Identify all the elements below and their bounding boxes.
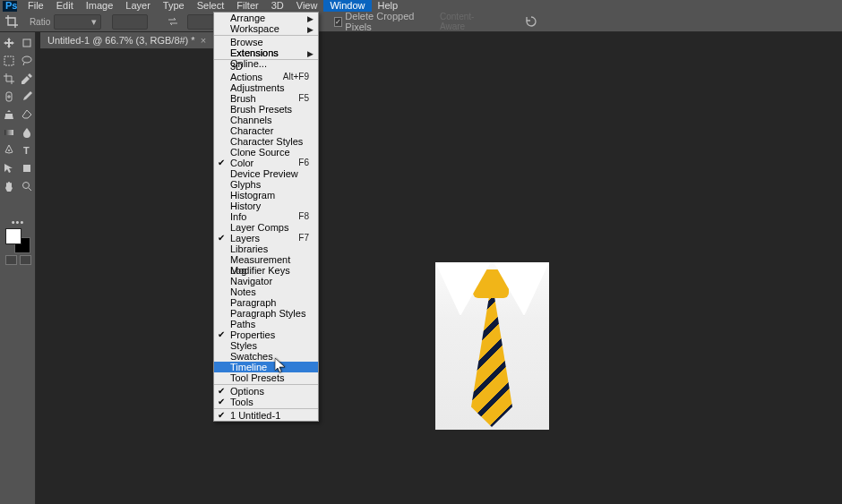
menu-item-label: 1 Untitled-1 xyxy=(230,410,280,421)
menu-item-brush[interactable]: BrushF5 xyxy=(214,93,318,104)
menu-item-libraries[interactable]: Libraries xyxy=(214,243,318,254)
menu-item-adjustments[interactable]: Adjustments xyxy=(214,82,318,93)
svg-point-6 xyxy=(8,149,10,151)
menu-item-browse-extensions-online-[interactable]: Browse Extensions Online... xyxy=(214,37,318,47)
menu-item-label: Adjustments xyxy=(230,82,285,93)
menu-item-extensions[interactable]: Extensions▶ xyxy=(214,47,318,58)
menu-item-swatches[interactable]: Swatches xyxy=(214,351,318,362)
menu-item-paragraph-styles[interactable]: Paragraph Styles xyxy=(214,308,318,319)
menu-item-color[interactable]: ✔ColorF6 xyxy=(214,158,318,168)
menu-item-navigator[interactable]: Navigator xyxy=(214,276,318,286)
menu-item-channels[interactable]: Channels xyxy=(214,115,318,125)
menu-item-label: Glyphs xyxy=(230,179,261,190)
reset-crop-icon[interactable] xyxy=(525,15,537,28)
clone-stamp-tool[interactable] xyxy=(0,106,18,124)
svg-point-9 xyxy=(23,183,30,189)
menu-item-label: Options xyxy=(230,386,264,397)
checkmark-icon: ✔ xyxy=(218,329,225,340)
menu-item-label: Character Styles xyxy=(230,136,303,147)
move-tool[interactable] xyxy=(0,34,18,52)
menu-item-paragraph[interactable]: Paragraph xyxy=(214,297,318,308)
menu-item-device-preview[interactable]: Device Preview xyxy=(214,168,318,179)
menu-shortcut: F7 xyxy=(298,233,309,243)
menu-file[interactable]: File xyxy=(21,0,50,12)
menu-item-label: Swatches xyxy=(230,351,273,362)
svg-rect-3 xyxy=(4,56,13,65)
menu-edit[interactable]: Edit xyxy=(50,0,80,12)
menu-item-styles[interactable]: Styles xyxy=(214,340,318,351)
menu-item-histogram[interactable]: Histogram xyxy=(214,190,318,201)
color-swatches[interactable] xyxy=(0,231,36,249)
menu-item-properties[interactable]: ✔Properties xyxy=(214,329,318,340)
menu-item-notes[interactable]: Notes xyxy=(214,286,318,297)
zoom-tool[interactable] xyxy=(18,177,36,195)
menu-item-label: Extensions xyxy=(230,47,279,58)
menu-item-clone-source[interactable]: Clone Source xyxy=(214,147,318,158)
menu-item-glyphs[interactable]: Glyphs xyxy=(214,179,318,190)
menu-item-label: 3D xyxy=(230,61,243,72)
menu-item-label: Paragraph Styles xyxy=(230,308,305,319)
menu-item-layer-comps[interactable]: Layer Comps xyxy=(214,222,318,233)
marquee-tool[interactable] xyxy=(0,52,18,70)
blur-tool[interactable] xyxy=(18,124,36,141)
window-menu-dropdown: Arrange▶Workspace▶Browse Extensions Onli… xyxy=(213,12,319,422)
ratio-width-input[interactable] xyxy=(112,14,148,30)
menu-filter[interactable]: Filter xyxy=(230,0,264,12)
menu-3d[interactable]: 3D xyxy=(265,0,290,12)
artboard-tool[interactable] xyxy=(18,34,36,52)
content-aware-label: Content-Aware xyxy=(440,12,489,31)
menu-item-timeline[interactable]: Timeline xyxy=(214,362,318,372)
document-tab[interactable]: Untitled-1 @ 66.7% (3, RGB/8#) * × xyxy=(40,32,215,49)
menu-item-options[interactable]: ✔Options xyxy=(214,386,318,397)
menu-view[interactable]: View xyxy=(290,0,324,12)
delete-cropped-label: Delete Cropped Pixels xyxy=(345,11,425,32)
menu-item-label: Actions xyxy=(230,72,262,82)
menu-item-label: Tools xyxy=(230,397,253,407)
menu-item-workspace[interactable]: Workspace▶ xyxy=(214,23,318,34)
menu-item-character-styles[interactable]: Character Styles xyxy=(214,136,318,147)
menu-item-brush-presets[interactable]: Brush Presets xyxy=(214,104,318,115)
menu-select[interactable]: Select xyxy=(191,0,231,12)
menu-item-info[interactable]: InfoF8 xyxy=(214,211,318,222)
menu-item-measurement-log[interactable]: Measurement Log xyxy=(214,254,318,265)
menu-image[interactable]: Image xyxy=(80,0,120,12)
crop-tool-icon[interactable] xyxy=(5,13,19,30)
spot-heal-tool[interactable] xyxy=(0,88,18,106)
swap-dimensions-icon[interactable] xyxy=(168,15,178,28)
rectangle-tool[interactable] xyxy=(18,159,36,177)
menu-item-3d[interactable]: 3D xyxy=(214,61,318,72)
menu-item-actions[interactable]: ActionsAlt+F9 xyxy=(214,72,318,82)
brush-tool[interactable] xyxy=(18,88,36,106)
eyedropper-tool[interactable] xyxy=(18,70,36,88)
menu-layer[interactable]: Layer xyxy=(119,0,157,12)
eraser-tool[interactable] xyxy=(18,106,36,124)
ratio-preset-dropdown[interactable]: ▾ xyxy=(54,14,101,30)
pen-tool[interactable] xyxy=(0,141,18,159)
canvas-image[interactable] xyxy=(435,262,549,430)
menu-item-paths[interactable]: Paths xyxy=(214,319,318,329)
gradient-tool[interactable] xyxy=(0,124,18,141)
hand-tool[interactable] xyxy=(0,177,18,195)
menu-item-tools[interactable]: ✔Tools xyxy=(214,397,318,407)
menu-item-history[interactable]: History xyxy=(214,201,318,211)
menu-item-tool-presets[interactable]: Tool Presets xyxy=(214,372,318,383)
checkmark-icon: ✔ xyxy=(218,410,225,421)
close-tab-icon[interactable]: × xyxy=(201,35,206,46)
menu-item-label: Workspace xyxy=(230,23,279,34)
menu-item-arrange[interactable]: Arrange▶ xyxy=(214,13,318,23)
type-tool[interactable]: T xyxy=(18,141,36,159)
menu-item-1-untitled-1[interactable]: ✔1 Untitled-1 xyxy=(214,410,318,421)
menu-item-character[interactable]: Character xyxy=(214,125,318,136)
lasso-tool[interactable] xyxy=(18,52,36,70)
menu-item-label: Notes xyxy=(230,286,256,297)
menu-item-modifier-keys[interactable]: Modifier Keys xyxy=(214,265,318,276)
menu-item-layers[interactable]: ✔LayersF7 xyxy=(214,233,318,243)
delete-cropped-checkbox[interactable]: ✓ Delete Cropped Pixels xyxy=(334,11,425,32)
path-select-tool[interactable] xyxy=(0,159,18,177)
menu-item-label: Tool Presets xyxy=(230,372,285,383)
menu-shortcut: Alt+F9 xyxy=(283,72,309,82)
menu-type[interactable]: Type xyxy=(157,0,191,12)
crop-tool[interactable] xyxy=(0,70,18,88)
menu-separator xyxy=(214,408,318,409)
menu-item-label: Timeline xyxy=(230,362,267,372)
